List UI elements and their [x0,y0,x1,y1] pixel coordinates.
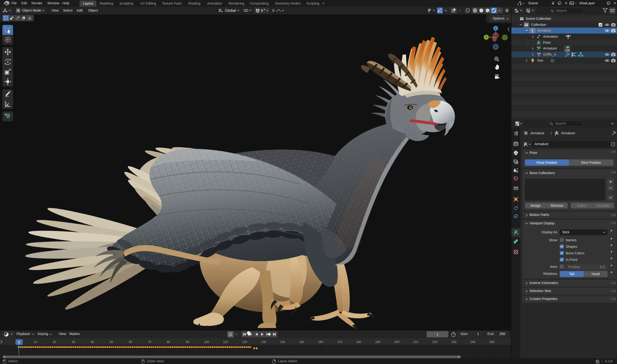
svg-text:40: 40 [91,340,94,344]
svg-text:10: 10 [34,340,37,344]
svg-text:60: 60 [129,340,132,344]
svg-text:20: 20 [53,340,56,344]
svg-text:100: 100 [204,340,209,344]
svg-text:140: 140 [280,340,285,344]
svg-text:Y: Y [485,36,487,39]
svg-text:50: 50 [110,340,113,344]
svg-text:X: X [494,38,496,41]
svg-text:200: 200 [394,340,400,344]
svg-text:30: 30 [72,340,75,344]
svg-text:Z: Z [495,27,496,30]
svg-text:250: 250 [489,340,495,344]
svg-text:180: 180 [356,340,361,344]
svg-text:70: 70 [148,340,151,344]
svg-text:1: 1 [18,340,20,344]
svg-text:80: 80 [167,340,170,344]
svg-text:190: 190 [375,340,380,344]
svg-text:240: 240 [470,340,475,344]
svg-text:120: 120 [242,340,247,344]
svg-text:90: 90 [186,340,189,344]
svg-text:170: 170 [337,340,342,344]
svg-text:130: 130 [261,340,266,344]
svg-text:210: 210 [413,340,418,344]
svg-text:150: 150 [299,340,304,344]
svg-text:110: 110 [223,340,228,344]
svg-text:220: 220 [432,340,437,344]
svg-text:160: 160 [318,340,323,344]
svg-text:230: 230 [451,340,456,344]
